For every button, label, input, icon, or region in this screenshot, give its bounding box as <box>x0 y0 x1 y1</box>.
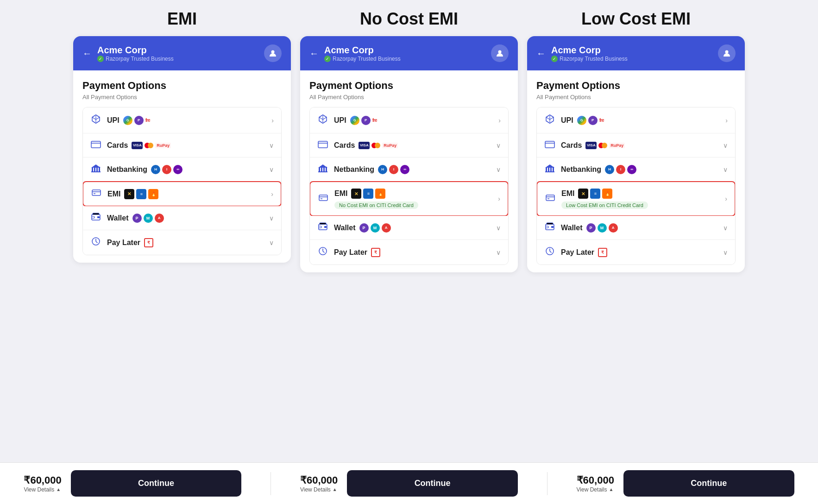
view-details-emi[interactable]: View Details ▲ <box>24 486 61 493</box>
wallet-icon <box>317 222 328 233</box>
back-button[interactable]: ← <box>309 48 319 59</box>
hdfc-emi-icon: ≡ <box>363 189 373 199</box>
option-item-netbanking[interactable]: Netbanking H I ∞ ∨ <box>537 158 735 182</box>
paylater-label: Pay Later <box>334 248 367 257</box>
bottom-section-emi: ₹60,000 View Details ▲ Continue <box>24 470 241 497</box>
netbanking-label: Netbanking <box>107 165 147 174</box>
main-content: EMI ← Acme Corp ✓ Razorpay Trusted Busin… <box>0 0 818 462</box>
gpay-icon: G <box>123 116 132 125</box>
cards-icon-group: VISA RuPay <box>132 142 171 149</box>
option-item-upi[interactable]: UPI G P fre › <box>83 107 281 133</box>
netbanking-label: Netbanking <box>334 165 374 174</box>
emi-label: EMI <box>107 190 120 198</box>
netbanking-icon-group: H I ∞ <box>151 165 182 174</box>
avatar-button[interactable] <box>491 44 509 62</box>
continue-button-low-cost-emi[interactable]: Continue <box>623 470 794 497</box>
emi-label-group: EMI ✕ ≡ 🔥 <box>107 189 265 199</box>
continue-button-emi[interactable]: Continue <box>71 470 242 497</box>
wallet-icon-group: P M A <box>359 223 391 233</box>
cards-label-group: Cards VISA RuPay <box>107 141 264 150</box>
wallet-icon-group: P M A <box>132 214 164 223</box>
mastercard-icon <box>371 143 380 148</box>
option-list: UPI G P fre › Cards VISA <box>309 107 509 265</box>
option-item-wallet[interactable]: Wallet P M A ∨ <box>310 216 508 240</box>
cards-label: Cards <box>561 141 582 150</box>
svg-rect-31 <box>545 141 554 148</box>
panel-header-low-cost-emi: ← Acme Corp ✓ Razorpay Trusted Business <box>527 36 745 70</box>
option-item-emi[interactable]: EMI ✕ ≡ 🔥 No Cost EMI on CITI Credit Car… <box>309 181 509 216</box>
svg-rect-28 <box>324 226 327 228</box>
option-item-wallet[interactable]: Wallet P M A ∨ <box>83 206 281 230</box>
wallet-label-group: Wallet P M A <box>561 223 717 233</box>
netbanking-chevron: ∨ <box>496 166 501 173</box>
option-item-wallet[interactable]: Wallet P M A ∨ <box>537 216 735 240</box>
upi-icons-row: G P fre <box>577 116 604 125</box>
rupay-icon: RuPay <box>382 143 398 148</box>
panel-emi: ← Acme Corp ✓ Razorpay Trusted Business … <box>73 36 291 263</box>
netbanking-label: Netbanking <box>561 165 601 174</box>
cards-icon <box>317 140 328 151</box>
header-left: ← Acme Corp ✓ Razorpay Trusted Business <box>309 45 401 62</box>
paylater-icon-group: ₹ <box>371 248 380 257</box>
upi-icons-row: G P fre <box>350 116 377 125</box>
svg-rect-5 <box>96 168 98 171</box>
panel-body-emi: Payment OptionsAll Payment Options UPI G… <box>73 70 291 263</box>
view-details-low-cost-emi[interactable]: View Details ▲ <box>577 486 614 493</box>
cards-icon-group: VISA RuPay <box>359 142 398 149</box>
netbanking-label-group: Netbanking H I ∞ <box>561 165 717 174</box>
axis-icon: ∞ <box>627 165 636 174</box>
brand-trusted: ✓ Razorpay Trusted Business <box>97 56 174 62</box>
svg-marker-23 <box>318 164 327 168</box>
view-details-no-cost-emi[interactable]: View Details ▲ <box>300 486 338 493</box>
phonepe-icon: P <box>361 116 371 125</box>
option-item-emi[interactable]: EMI ✕ ≡ 🔥 › <box>82 181 282 207</box>
wallet-icons-row: P M A <box>359 223 391 233</box>
amount-value-emi: ₹60,000 <box>24 474 61 486</box>
axis-icon: ∞ <box>400 165 409 174</box>
panel-body-low-cost-emi: Payment OptionsAll Payment Options UPI G… <box>527 70 745 272</box>
option-item-cards[interactable]: Cards VISA RuPay ∨ <box>310 133 508 158</box>
freecharge-icon: fre <box>145 118 150 123</box>
amount-block-no-cost-emi: ₹60,000 View Details ▲ <box>300 474 338 493</box>
option-item-upi[interactable]: UPI G P fre › <box>537 107 735 133</box>
payment-options-title: Payment Options <box>309 80 509 92</box>
cards-label-group: Cards VISA RuPay <box>561 141 717 150</box>
cards-icons-row: VISA RuPay <box>132 142 171 149</box>
avatar-button[interactable] <box>264 44 282 62</box>
option-item-paylater[interactable]: Pay Later ₹ ∨ <box>83 230 281 255</box>
option-item-cards[interactable]: Cards VISA RuPay ∨ <box>83 133 281 158</box>
hdfc-emi-icon: ≡ <box>136 189 146 199</box>
back-button[interactable]: ← <box>536 48 546 59</box>
emi-label-group: EMI ✕ ≡ 🔥 No Cost EMI on CITI Credit Car… <box>334 189 492 209</box>
hdfc2-emi-icon: 🔥 <box>375 189 385 199</box>
cards-label-group: Cards VISA RuPay <box>334 141 491 150</box>
avatar-button[interactable] <box>718 44 736 62</box>
panel-wrapper-low-cost-emi: Low Cost EMI ← Acme Corp ✓ Razorpay Trus… <box>527 9 745 458</box>
emi-icon <box>91 189 102 199</box>
option-item-cards[interactable]: Cards VISA RuPay ∨ <box>537 133 735 158</box>
cards-chevron: ∨ <box>496 142 501 149</box>
bottom-section-no-cost-emi: ₹60,000 View Details ▲ Continue <box>300 470 518 497</box>
option-item-paylater[interactable]: Pay Later ₹ ∨ <box>537 240 735 265</box>
paylater-label: Pay Later <box>107 239 140 247</box>
option-item-netbanking[interactable]: Netbanking H I ∞ ∨ <box>310 158 508 182</box>
hdfc2-emi-icon: 🔥 <box>148 189 158 199</box>
cards-icon <box>544 140 555 151</box>
panel-header-emi: ← Acme Corp ✓ Razorpay Trusted Business <box>73 36 291 70</box>
option-item-emi[interactable]: EMI ✕ ≡ 🔥 Low Cost EMI on CITI Credit Ca… <box>536 181 736 216</box>
amount-block-emi: ₹60,000 View Details ▲ <box>24 474 61 493</box>
gpay-icon: G <box>350 116 359 125</box>
option-item-upi[interactable]: UPI G P fre › <box>310 107 508 133</box>
continue-button-no-cost-emi[interactable]: Continue <box>347 470 518 497</box>
header-brand: Acme Corp ✓ Razorpay Trusted Business <box>324 45 401 62</box>
header-brand: Acme Corp ✓ Razorpay Trusted Business <box>97 45 174 62</box>
paylater-icon-group: ₹ <box>144 238 153 247</box>
lazypay-icon: ₹ <box>371 248 380 257</box>
back-button[interactable]: ← <box>82 48 92 59</box>
rupay-icon: RuPay <box>155 143 171 148</box>
option-list: UPI G P fre › Cards VISA <box>82 107 282 255</box>
netbanking-icon <box>317 164 328 175</box>
mastercard-icon <box>145 143 153 148</box>
option-item-paylater[interactable]: Pay Later ₹ ∨ <box>310 240 508 265</box>
option-item-netbanking[interactable]: Netbanking H I ∞ ∨ <box>83 158 281 182</box>
